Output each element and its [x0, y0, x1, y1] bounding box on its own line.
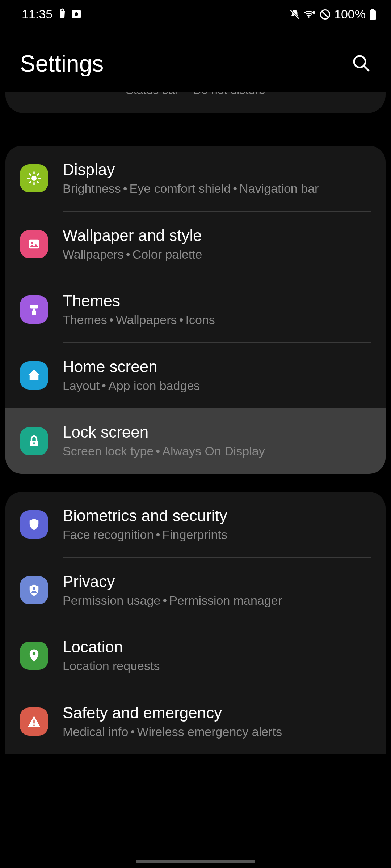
row-subtitle: Themes•Wallpapers•Icons — [63, 311, 371, 329]
shopping-icon — [58, 7, 67, 21]
partial-previous-card[interactable]: Status bar Do not disturb — [5, 92, 386, 113]
picture-icon — [20, 230, 48, 258]
row-title: Location — [63, 637, 371, 657]
nav-handle[interactable] — [136, 860, 255, 863]
home-icon — [20, 361, 48, 390]
settings-row-display[interactable]: DisplayBrightness•Eye comfort shield•Nav… — [5, 146, 386, 211]
svg-text:6: 6 — [312, 10, 315, 15]
brush-icon — [20, 295, 48, 324]
row-subtitle: Brightness•Eye comfort shield•Navigation… — [63, 180, 371, 197]
settings-row-privacy[interactable]: PrivacyPermission usage•Permission manag… — [5, 558, 386, 623]
page-header: Settings — [0, 29, 391, 92]
app-icon — [72, 7, 81, 21]
search-button[interactable] — [352, 54, 371, 74]
row-title: Home screen — [63, 357, 371, 376]
svg-line-10 — [364, 65, 369, 71]
security-group: Biometrics and securityFace recognition•… — [5, 492, 386, 754]
partial-text-b: Do not disturb — [193, 92, 265, 97]
row-subtitle: Screen lock type•Always On Display — [63, 443, 371, 460]
row-title: Display — [63, 159, 371, 179]
battery-text: 100% — [334, 7, 366, 21]
settings-row-home-screen[interactable]: Home screenLayout•App icon badges — [5, 343, 386, 408]
row-subtitle: Layout•App icon badges — [63, 377, 371, 395]
search-icon — [352, 54, 371, 73]
lock-icon — [20, 427, 48, 455]
no-data-icon — [320, 9, 331, 20]
status-time: 11:35 — [22, 7, 52, 21]
battery-icon — [369, 9, 377, 20]
row-subtitle: Medical info•Wireless emergency alerts — [63, 723, 371, 741]
row-title: Privacy — [63, 571, 371, 591]
svg-point-1 — [75, 12, 78, 16]
row-subtitle: Permission usage•Permission manager — [63, 592, 371, 609]
wifi-icon: 6 — [304, 10, 316, 19]
status-bar: 11:35 6 100% — [0, 0, 391, 29]
row-title: Biometrics and security — [63, 506, 371, 526]
row-title: Lock screen — [63, 422, 371, 442]
page-title: Settings — [20, 50, 104, 77]
settings-row-wallpaper[interactable]: Wallpaper and styleWallpapers•Color pale… — [5, 212, 386, 277]
mute-icon — [289, 9, 300, 20]
pin-icon — [20, 642, 48, 670]
row-title: Safety and emergency — [63, 703, 371, 723]
settings-row-biometrics[interactable]: Biometrics and securityFace recognition•… — [5, 492, 386, 557]
row-title: Themes — [63, 291, 371, 311]
partial-text-a: Status bar — [126, 92, 178, 97]
svg-rect-7 — [371, 9, 374, 10]
settings-row-lock-screen[interactable]: Lock screenScreen lock type•Always On Di… — [5, 408, 386, 474]
shield-icon — [20, 510, 48, 539]
display-group: DisplayBrightness•Eye comfort shield•Nav… — [5, 146, 386, 474]
row-subtitle: Face recognition•Fingerprints — [63, 526, 371, 544]
settings-row-location[interactable]: LocationLocation requests — [5, 623, 386, 689]
settings-row-safety[interactable]: Safety and emergencyMedical info•Wireles… — [5, 689, 386, 754]
sun-icon — [20, 164, 48, 192]
svg-line-6 — [322, 11, 328, 18]
settings-row-themes[interactable]: ThemesThemes•Wallpapers•Icons — [5, 277, 386, 342]
warning-icon — [20, 707, 48, 736]
row-subtitle: Location requests — [63, 658, 371, 675]
svg-rect-8 — [370, 10, 376, 20]
row-subtitle: Wallpapers•Color palette — [63, 246, 371, 263]
privacy-icon — [20, 576, 48, 604]
row-title: Wallpaper and style — [63, 225, 371, 245]
